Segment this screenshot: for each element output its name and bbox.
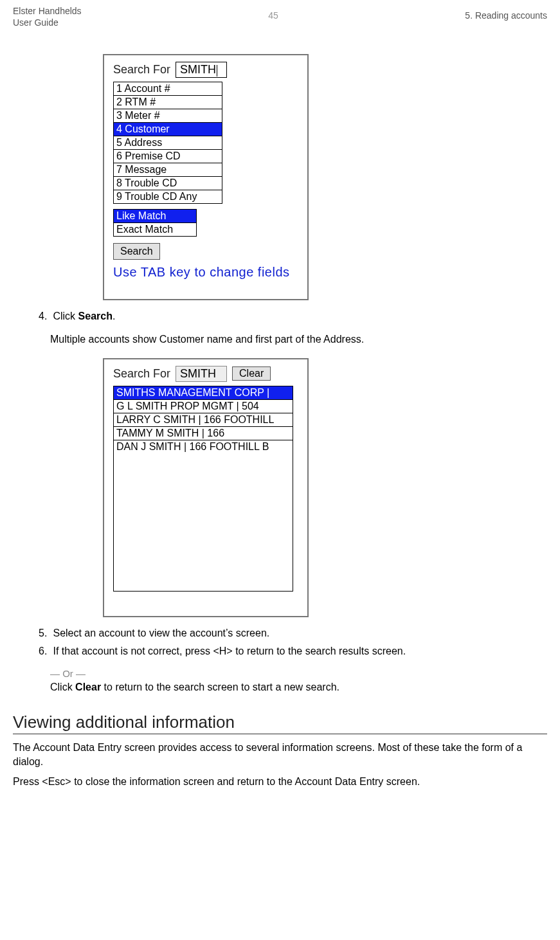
step-4-bold: Search — [78, 311, 113, 321]
list-item[interactable]: 2 RTM # — [114, 96, 222, 109]
list-item[interactable]: G L SMITH PROP MGMT | 504 — [114, 400, 293, 413]
header-product-line1: Elster Handhelds — [13, 5, 82, 17]
list-item[interactable]: 5 Address — [114, 136, 222, 150]
page-header: Elster Handhelds User Guide 45 5. Readin… — [13, 5, 547, 28]
search-input-readonly: SMITH — [176, 366, 227, 382]
section-p2: Press <Esc> to close the information scr… — [13, 775, 547, 789]
search-input[interactable]: SMITH — [176, 62, 227, 78]
header-product: Elster Handhelds User Guide — [13, 5, 82, 28]
step-6-or: — Or — — [50, 668, 547, 679]
page-number: 45 — [268, 5, 278, 21]
list-item[interactable]: Like Match — [114, 210, 196, 223]
step-6: 6. If that account is not correct, press… — [39, 644, 547, 658]
search-field-list[interactable]: 1 Account #2 RTM #3 Meter #4 Customer5 A… — [113, 82, 222, 204]
search-for-label-2: Search For — [113, 367, 170, 381]
step-6-text: If that account is not correct, press <H… — [53, 646, 406, 656]
match-mode-list[interactable]: Like MatchExact Match — [113, 209, 197, 237]
list-item[interactable]: 8 Trouble CD — [114, 177, 222, 190]
step-6-number: 6. — [39, 644, 50, 658]
section-p1: The Account Data Entry screen provides a… — [13, 741, 547, 768]
list-item[interactable]: 3 Meter # — [114, 109, 222, 123]
search-for-label: Search For — [113, 63, 170, 77]
list-item[interactable]: LARRY C SMITH | 166 FOOTHILL — [114, 413, 293, 427]
step-6-after-suffix: to return to the search screen to start … — [101, 682, 339, 692]
step-5-text: Select an account to view the account’s … — [53, 628, 269, 638]
list-item[interactable]: 4 Customer — [114, 123, 222, 136]
list-item[interactable]: 7 Message — [114, 163, 222, 177]
list-item[interactable]: TAMMY M SMITH | 166 — [114, 427, 293, 440]
clear-button[interactable]: Clear — [232, 366, 271, 381]
list-item[interactable]: DAN J SMITH | 166 FOOTHILL B — [114, 440, 293, 453]
chapter-title: 5. Reading accounts — [465, 5, 547, 21]
step-5: 5. Select an account to view the account… — [39, 626, 547, 640]
tab-hint: Use TAB key to change fields — [113, 265, 298, 280]
header-product-line2: User Guide — [13, 17, 82, 28]
list-item[interactable]: 1 Account # — [114, 82, 222, 96]
list-item[interactable]: Exact Match — [114, 223, 196, 236]
list-item[interactable]: 9 Trouble CD Any — [114, 190, 222, 203]
search-screen-figure: Search For SMITH 1 Account #2 RTM #3 Met… — [103, 54, 547, 300]
step-6-after-prefix: Click — [50, 682, 75, 692]
step-4-text-prefix: Click — [53, 311, 78, 321]
step-4: 4. Click Search. — [39, 309, 547, 323]
search-results-list[interactable]: SMITHS MANAGEMENT CORP |G L SMITH PROP M… — [113, 386, 293, 592]
list-item[interactable]: SMITHS MANAGEMENT CORP | — [114, 386, 293, 400]
results-screen-figure: Search For SMITH Clear SMITHS MANAGEMENT… — [103, 358, 547, 617]
step-5-number: 5. — [39, 626, 50, 640]
section-heading: Viewing additional information — [13, 712, 547, 734]
search-button[interactable]: Search — [113, 243, 160, 260]
step-4-number: 4. — [39, 309, 50, 323]
list-item[interactable]: 6 Premise CD — [114, 150, 222, 163]
step-6-after-bold: Clear — [75, 682, 101, 692]
step-4-text-suffix: . — [113, 311, 115, 321]
step-4-followup: Multiple accounts show Customer name and… — [50, 334, 547, 345]
